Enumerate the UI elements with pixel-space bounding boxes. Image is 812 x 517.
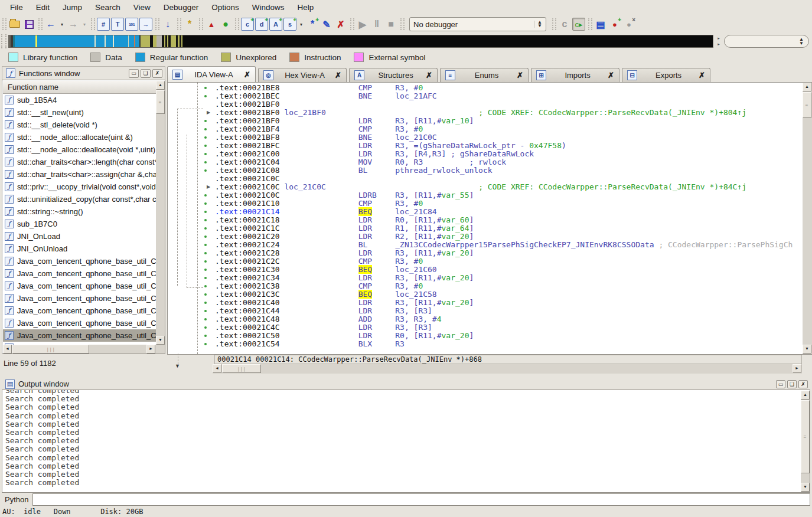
- debugger-select[interactable]: No debugger▲▼: [409, 17, 546, 31]
- scroll-up-icon[interactable]: ▲: [156, 81, 165, 90]
- search-immediate-button[interactable]: #: [97, 18, 110, 31]
- scroll-left-icon[interactable]: ◄: [3, 345, 12, 354]
- python-input[interactable]: [32, 493, 810, 506]
- disasm-line[interactable]: .text:00021BF4 CMP R3, #0: [215, 125, 803, 133]
- output-vscrollbar[interactable]: ▲ ≡ ▼: [801, 391, 810, 492]
- disasm-line[interactable]: .text:00021C0C loc_21C0C ; CODE XREF: CC…: [215, 183, 803, 191]
- disasm-line[interactable]: .text:00021C0C LDRB R3, [R11,#var_55]: [215, 191, 803, 199]
- disasm-line[interactable]: .text:00021C00 LDR R3, [R4,R3] ; gShareD…: [215, 150, 803, 158]
- menu-windows[interactable]: Windows: [246, 0, 291, 15]
- menu-view[interactable]: View: [127, 0, 157, 15]
- tab-close-icon[interactable]: ✗: [426, 71, 432, 80]
- attach-process-button[interactable]: c: [558, 18, 571, 31]
- disasm-line[interactable]: .text:00021C14 BEQ loc_21C84: [215, 208, 803, 216]
- scroll-down-icon[interactable]: ▼: [803, 345, 811, 354]
- disasm-line[interactable]: .text:00021C28 LDR R3, [R11,#var_20]: [215, 249, 803, 257]
- scroll-right-icon[interactable]: ►: [146, 345, 155, 354]
- make-string-button[interactable]: s+: [283, 18, 296, 31]
- disasm-line[interactable]: .text:00021C40 LDR R3, [R11,#var_20]: [215, 299, 803, 307]
- function-list-item[interactable]: ƒJNI_OnLoad: [3, 230, 156, 243]
- functions-vscrollbar[interactable]: ▲ ≡ ▼: [156, 81, 165, 345]
- functions-hscroll-thumb[interactable]: ∣∣∣: [12, 345, 89, 354]
- tab-close-icon[interactable]: ✗: [608, 71, 614, 80]
- disasm-line[interactable]: .text:00021BF0 LDR R3, [R11,#var_10]: [215, 117, 803, 125]
- restore-icon[interactable]: ❏: [787, 380, 797, 388]
- delete-item-button[interactable]: ✗: [334, 18, 347, 31]
- tab-close-icon[interactable]: ✗: [244, 70, 250, 79]
- disasm-line[interactable]: .text:00021C24 BL _ZN13CCodecWarpper15Pa…: [215, 241, 803, 249]
- disasm-line[interactable]: .text:00021BF8 BNE loc_21C0C: [215, 133, 803, 142]
- disasm-line[interactable]: .text:00021C34 LDR R3, [R11,#var_20]: [215, 274, 803, 282]
- debug-start-button[interactable]: ▶: [356, 18, 369, 31]
- menu-edit[interactable]: Edit: [30, 0, 56, 15]
- scroll-down-icon[interactable]: ▼: [801, 483, 810, 492]
- navigate-back-button[interactable]: ←: [44, 18, 57, 31]
- tab-enums[interactable]: ≡Enums✗: [440, 68, 529, 82]
- tab-imports[interactable]: ⊞Imports✗: [531, 68, 619, 82]
- disasm-vscroll-thumb[interactable]: ≡: [803, 92, 811, 118]
- disasm-line[interactable]: .text:00021C3C BEQ loc_21C58: [215, 290, 803, 299]
- function-list-item[interactable]: ƒJava_com_tencent_qphone_base_util_Code: [3, 305, 156, 317]
- navigate-back-menu[interactable]: ▾: [58, 18, 66, 31]
- disasm-line[interactable]: .text:00021C50 LDR R0, [R11,#var_20]: [215, 332, 803, 340]
- menu-debugger[interactable]: Debugger: [157, 0, 205, 15]
- function-list-item[interactable]: ƒstd::__node_alloc::allocate(uint &): [3, 131, 156, 143]
- disasm-line[interactable]: .text:00021C20 LDR R2, [R11,#var_20]: [215, 233, 803, 241]
- continue-process-button[interactable]: c▸: [572, 18, 585, 31]
- jump-address-button[interactable]: ↓: [161, 18, 174, 31]
- function-list-item[interactable]: ƒJava_com_tencent_qphone_base_util_Code: [3, 280, 156, 292]
- disasm-line[interactable]: .text:00021C08 BL pthread_rwlock_unlock: [215, 166, 803, 175]
- menu-help[interactable]: Help: [291, 0, 320, 15]
- close-icon[interactable]: ✗: [152, 69, 162, 78]
- problems-list-button[interactable]: ▲: [205, 18, 218, 31]
- updown-arrows-icon[interactable]: ▲▼: [534, 21, 542, 28]
- disasm-line[interactable]: .text:00021C18 LDR R0, [R11,#var_60]: [215, 216, 803, 224]
- scroll-up-icon[interactable]: ▲: [801, 391, 810, 400]
- navigate-forward-button[interactable]: →: [67, 18, 80, 31]
- open-file-button[interactable]: [8, 18, 21, 31]
- function-list-item[interactable]: ƒstd::__stl_delete(void *): [3, 119, 156, 131]
- function-list-item[interactable]: ƒstd::uninitialized_copy(char const*,cha…: [3, 193, 156, 205]
- make-pattern-button[interactable]: *+: [306, 18, 319, 31]
- function-list-item[interactable]: ƒsub_1B5A4: [3, 94, 156, 106]
- debugger-windows-button[interactable]: ▤: [594, 18, 607, 31]
- make-string-menu[interactable]: ▾: [298, 18, 305, 31]
- function-list-item[interactable]: ƒJava_com_tencent_qphone_base_util_Code: [3, 329, 156, 342]
- spinner-down-icon[interactable]: ▼: [799, 41, 804, 45]
- navband-zoom-spinner[interactable]: ▲▼: [724, 35, 809, 48]
- tab-exports[interactable]: ⊟Exports✗: [622, 68, 710, 82]
- function-list-item[interactable]: ƒJNI_OnUnload: [3, 243, 156, 255]
- make-data-button[interactable]: d+: [255, 18, 268, 31]
- function-list-item[interactable]: ƒJava_com_tencent_qphone_base_util_Code: [3, 267, 156, 280]
- debug-stop-button[interactable]: ■: [384, 18, 397, 31]
- edit-comment-button[interactable]: ✎: [320, 18, 333, 31]
- function-list-item[interactable]: ƒJava_com_tencent_qphone_base_util_Code: [3, 255, 156, 267]
- disasm-line[interactable]: .text:00021BE8 CMP R3, #0: [215, 84, 803, 92]
- disasm-line[interactable]: .text:00021C38 CMP R3, #0: [215, 282, 803, 290]
- function-list-item[interactable]: ƒstd::string::~string(): [3, 205, 156, 218]
- disassembly-listing[interactable]: .text:00021BE8 CMP R3, #0.text:00021BEC …: [213, 83, 803, 354]
- maximize-icon[interactable]: ▭: [129, 69, 139, 78]
- navigate-forward-menu[interactable]: ▾: [81, 18, 88, 31]
- tab-hex-view-a[interactable]: ◎Hex View-A✗: [258, 68, 347, 82]
- disasm-line[interactable]: .text:00021BF0 loc_21BF0 ; CODE XREF: CC…: [215, 109, 803, 117]
- disasm-line[interactable]: .text:00021C4C LDR R3, [R3]: [215, 323, 803, 332]
- disasm-line[interactable]: .text:00021C04 MOV R0, R3 ; rwlock: [215, 158, 803, 166]
- disasm-line[interactable]: .text:00021BEC BNE loc_21AFC: [215, 92, 803, 100]
- make-code-button[interactable]: c+: [241, 18, 254, 31]
- breakpoint-delete-button[interactable]: ●×: [622, 18, 635, 31]
- disasm-hscrollbar[interactable]: ◄ ∣∣∣ ►: [213, 364, 802, 374]
- function-name-column-header[interactable]: Function name: [3, 81, 156, 94]
- function-list-item[interactable]: ƒstd::char_traits<char>::length(char con…: [3, 156, 156, 168]
- scroll-left-icon[interactable]: ◄: [213, 364, 221, 373]
- disasm-vscrollbar[interactable]: ▲ ≡ ▼: [803, 83, 812, 354]
- functions-vscroll-thumb[interactable]: ≡: [156, 90, 165, 114]
- close-icon[interactable]: ✗: [798, 380, 808, 388]
- tab-ida-view-a[interactable]: ▤IDA View-A✗: [167, 66, 256, 82]
- functions-hscrollbar[interactable]: ◄ ∣∣∣ ►: [3, 345, 165, 354]
- disasm-line[interactable]: .text:00021C54 BLX R3: [215, 340, 803, 348]
- flashlight-button[interactable]: *: [183, 18, 196, 31]
- disasm-line[interactable]: .text:00021C30 BEQ loc_21C60: [215, 266, 803, 274]
- breakpoint-add-button[interactable]: ●+: [608, 18, 621, 31]
- disasm-line[interactable]: .text:00021C44 LDR R3, [R3]: [215, 307, 803, 315]
